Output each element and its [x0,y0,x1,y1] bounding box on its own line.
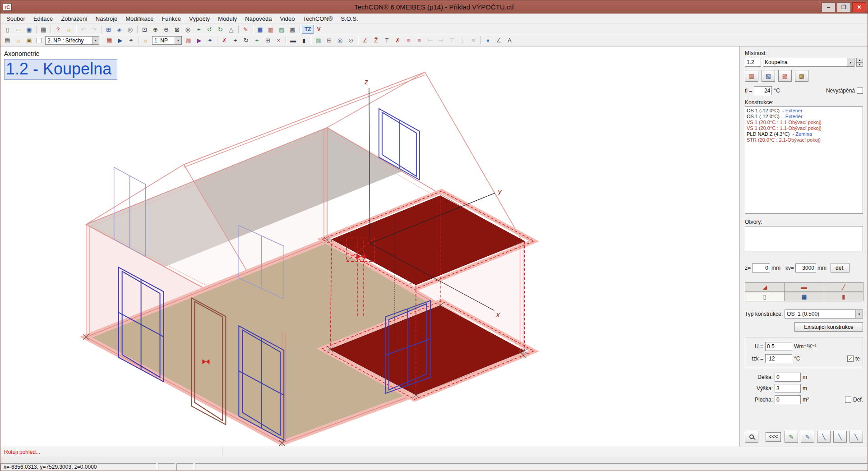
zoom-in-icon[interactable]: ⊕ [150,25,161,34]
construction-tab-wall[interactable]: ▯ [745,292,785,301]
dim-aligned-icon[interactable]: ⊣ [436,36,446,45]
area-def-checkbox[interactable] [845,397,851,403]
axonometry-icon[interactable]: △ [226,25,236,34]
text-tool-icon[interactable]: A [504,36,515,45]
tzk-input[interactable] [765,354,792,363]
delete-dimension-icon[interactable]: ✗ [392,36,403,45]
redo-icon[interactable]: ↷ [89,25,99,34]
delete-icon[interactable]: × [273,36,284,45]
tz-toggle-button[interactable]: TZ [302,25,314,34]
slope-icon[interactable]: ∠ [494,36,504,45]
redraw-room-button[interactable]: ▧ [762,70,775,82]
floor-combo[interactable]: 2. NP : Střechy▼ [45,36,99,45]
construction-list-item[interactable]: STR (20.0°C : 2.1-Obývací pokoj) [747,137,861,143]
construction-list-item[interactable]: PLD NAD Z (4.3°C) - Zemina [747,131,861,137]
height-input[interactable] [775,384,801,393]
menu-n-stroje[interactable]: Nástroje [92,14,121,23]
ti-input[interactable] [754,86,772,95]
zoom-extents-icon[interactable]: ⊠ [172,25,182,34]
floor-manager-icon[interactable]: ▦ [104,36,115,45]
open-file-icon[interactable]: ▭ [13,25,23,34]
scheme-module-icon[interactable]: ▨ [277,25,287,34]
dim-baseline-icon[interactable]: ⊥ [457,36,468,45]
constructions-listbox[interactable]: OS 1 (-12.0°C) - ExteriérOS 1 (-12.0°C) … [745,106,863,214]
zoom-previous-icon[interactable]: ◎ [183,25,193,34]
construction-list-item[interactable]: VS 1 (20.0°C : 1.1-Obývací pokoj) [747,120,861,125]
menu-modifikace[interactable]: Modifikace [121,14,157,23]
construction-list-item[interactable]: OS 1 (-12.0°C) - Exteriér [747,108,861,114]
dim-chain-icon[interactable]: ≡ [468,36,479,45]
chevron-down-icon[interactable]: ▼ [855,310,863,318]
tables-module-icon[interactable]: ▩ [287,25,298,34]
tip-bulb-icon[interactable]: ☼ [64,25,74,34]
dim-linear-icon[interactable]: ⊢ [425,36,435,45]
construction-tab-roof[interactable]: ◢ [745,282,785,292]
menu-s-o-s-[interactable]: S.O.S. [337,14,362,23]
titlebar[interactable]: rC TechCON® 6.0MEIBES (p14) - Příklad VÝ… [0,0,868,14]
compass-icon[interactable]: ◎ [125,25,135,34]
construction-tab-window[interactable]: ▦ [784,292,824,301]
refresh-icon[interactable]: ↺ [204,25,215,34]
viewports-icon[interactable]: ⊞ [103,25,114,34]
construction-tab-ceiling[interactable]: ▬ [784,282,824,292]
construction-type-combo[interactable]: OS_1 (0.500) ▼ [785,309,863,319]
wrench-icon[interactable]: ✦ [205,36,215,45]
z-input[interactable] [752,263,770,272]
move-icon[interactable]: + [230,36,240,45]
menu-zobrazen-[interactable]: Zobrazení [57,14,92,23]
kv-input[interactable] [795,263,816,272]
menu-techcon-[interactable]: TechCON® [299,14,337,23]
edit-up-button[interactable]: ✎ [785,431,798,443]
label-t-icon[interactable]: T [382,36,392,45]
help-icon[interactable]: ? [53,25,63,34]
menu-funkce[interactable]: Funkce [157,14,185,23]
globe-icon[interactable]: ◎ [335,36,345,45]
construction-tab-door[interactable]: ▮ [824,292,863,301]
floor-filter-checkbox[interactable] [37,38,42,43]
maximize-button[interactable]: ❐ [837,2,851,12]
heating-module-icon[interactable]: ▥ [266,25,276,34]
ruler-vertical-icon[interactable]: ▮ [299,36,309,45]
pan-icon[interactable]: + [194,25,204,34]
floor-lock-icon[interactable]: ▣ [24,36,34,45]
new-file-icon[interactable]: ▯ [2,25,13,34]
level-combo[interactable]: 1. NP▼ [152,36,182,45]
existing-construction-button[interactable]: Existující konstrukce [794,322,863,332]
def-button[interactable]: def. [831,263,850,272]
te-checkbox[interactable]: ✓ [847,356,854,362]
water-drop-icon[interactable]: ♦ [483,36,493,45]
menu-n-pov-da[interactable]: Nápověda [241,14,276,23]
chevron-down-icon[interactable]: ▼ [175,37,181,44]
level-visibility-bulb-icon[interactable]: ☼ [140,36,151,45]
room-info-button[interactable]: ▩ [795,70,808,82]
rotate-icon[interactable]: ↻ [241,36,251,45]
menu-v-po-ty[interactable]: Výpočty [185,14,214,23]
save-icon[interactable]: ▣ [24,25,34,34]
select-room-button[interactable]: ▦ [745,70,758,82]
unheated-checkbox[interactable] [857,88,863,94]
dim-vertical-icon[interactable]: ⊤ [447,36,457,45]
bookmark2-icon[interactable]: ▶ [194,36,204,45]
menu-video[interactable]: Video [276,14,299,23]
insert-icon[interactable]: + [252,36,262,45]
bookmark-icon[interactable]: ▶ [115,36,125,45]
dimension-red-icon[interactable]: ∠ [360,36,370,45]
room-number-field[interactable] [745,58,761,67]
construction-tab-slope[interactable]: ╱ [824,282,863,292]
menu-moduly[interactable]: Moduly [214,14,241,23]
edit-down-button[interactable]: ✎ [801,431,814,443]
close-button[interactable]: ✕ [852,2,866,12]
draw-wall-line-button-1[interactable]: ╲ [817,431,831,443]
undo-icon[interactable]: ↶ [78,25,88,34]
label-z-icon[interactable]: Ž [371,36,381,45]
ruler-icon[interactable]: ▬ [288,36,298,45]
drawing-canvas[interactable]: z y x Axonometrie 1.2 - Koupelna [0,46,739,447]
dimension-pink2-icon[interactable]: ≡ [414,36,425,45]
chevron-down-icon[interactable]: ▼ [847,58,854,66]
menu-editace[interactable]: Editace [29,14,57,23]
spinner-up-icon[interactable]: ▲ [856,58,863,62]
room-name-combo[interactable]: ▼ [763,58,854,67]
orbit-icon[interactable]: ↻ [215,25,226,34]
table-icon[interactable]: ⊞ [263,36,273,45]
measure-pencil-icon[interactable]: ✎ [240,25,251,34]
